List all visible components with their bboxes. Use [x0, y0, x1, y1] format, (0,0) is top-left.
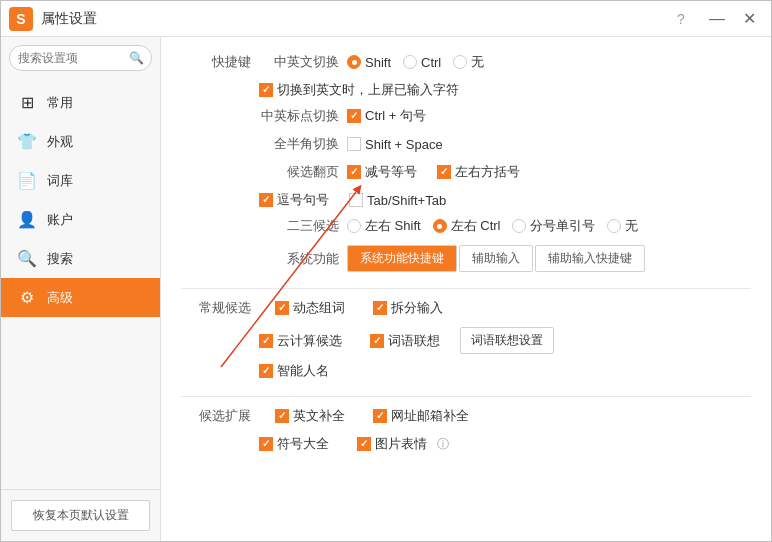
url-email-box [373, 409, 387, 423]
jianhaodengyu-checkbox[interactable]: 减号等号 [347, 163, 417, 181]
radio-lr-shift-label: 左右 Shift [365, 217, 421, 235]
punct-checkbox[interactable]: Ctrl + 句号 [347, 107, 426, 125]
sidebar-label-appearance: 外观 [47, 133, 73, 151]
radio-none-label: 无 [471, 53, 484, 71]
system-func-row: 系统功能 系统功能快捷键 辅助输入 辅助输入快捷键 [181, 245, 751, 272]
titlebar-controls: ? — ✕ [671, 5, 763, 33]
tab-system-shortcut[interactable]: 系统功能快捷键 [347, 245, 457, 272]
appearance-icon: 👕 [17, 132, 37, 151]
tab-box [349, 193, 363, 207]
radio-semicolon[interactable]: 分号单引号 [512, 217, 595, 235]
general-candidate-label: 常规候选 [181, 299, 251, 317]
cloud-label: 云计算候选 [277, 332, 342, 350]
search-icon: 🔍 [129, 51, 144, 65]
switch-note-row: 切换到英文时，上屏已输入字符 [259, 81, 751, 99]
candidate-page-label: 候选翻页 [259, 163, 339, 181]
smart-name-box [259, 364, 273, 378]
shortcuts-label: 快捷键 [181, 53, 251, 71]
app-icon: S [9, 7, 33, 31]
switch-note-label: 切换到英文时，上屏已输入字符 [277, 81, 459, 99]
symbol-checkbox[interactable]: 符号大全 [259, 435, 329, 453]
full-half-box [347, 137, 361, 151]
smart-name-checkbox[interactable]: 智能人名 [259, 362, 329, 380]
dynamic-word-checkbox[interactable]: 动态组词 [275, 299, 345, 317]
tab-assist-shortcut[interactable]: 辅助输入快捷键 [535, 245, 645, 272]
tab-assist-input[interactable]: 辅助输入 [459, 245, 533, 272]
radio-lr-shift[interactable]: 左右 Shift [347, 217, 421, 235]
candidate-page-row2: 逗号句号 Tab/Shift+Tab [259, 191, 751, 209]
radio-lr-ctrl[interactable]: 左右 Ctrl [433, 217, 501, 235]
sidebar-label-general: 常用 [47, 94, 73, 112]
minimize-button[interactable]: — [703, 5, 731, 33]
zuoyou-checkbox[interactable]: 左右方括号 [437, 163, 520, 181]
douhao-checkbox[interactable]: 逗号句号 [259, 191, 329, 209]
sidebar-item-search[interactable]: 🔍 搜索 [1, 239, 160, 278]
radio-none2-label: 无 [625, 217, 638, 235]
general-candidate-row3: 智能人名 [259, 362, 751, 380]
general-icon: ⊞ [17, 93, 37, 112]
split-input-box [373, 301, 387, 315]
douhao-box [259, 193, 273, 207]
dynamic-word-label: 动态组词 [293, 299, 345, 317]
titlebar-left: S 属性设置 [9, 7, 97, 31]
full-half-checkbox[interactable]: Shift + Space [347, 137, 443, 152]
radio-semicolon-label: 分号单引号 [530, 217, 595, 235]
url-email-checkbox[interactable]: 网址邮箱补全 [373, 407, 469, 425]
nav-items: ⊞ 常用 👕 外观 📄 词库 👤 账户 🔍 搜索 [1, 79, 160, 489]
candidate-expand-label: 候选扩展 [181, 407, 251, 425]
help-icon[interactable]: ? [671, 9, 691, 29]
word-assoc-settings-btn[interactable]: 词语联想设置 [460, 327, 554, 354]
split-input-checkbox[interactable]: 拆分输入 [373, 299, 443, 317]
word-assoc-label: 词语联想 [388, 332, 440, 350]
radio-none[interactable]: 无 [453, 53, 484, 71]
emoji-box [357, 437, 371, 451]
symbol-box [259, 437, 273, 451]
emoji-checkbox[interactable]: 图片表情 [357, 435, 427, 453]
en-complete-checkbox[interactable]: 英文补全 [275, 407, 345, 425]
close-button[interactable]: ✕ [735, 5, 763, 33]
radio-ctrl-label: Ctrl [421, 55, 441, 70]
cloud-checkbox[interactable]: 云计算候选 [259, 332, 342, 350]
sidebar-item-account[interactable]: 👤 账户 [1, 200, 160, 239]
cn-en-radio-group: Shift Ctrl 无 [347, 53, 484, 71]
search-nav-icon: 🔍 [17, 249, 37, 268]
switch-note-checkbox[interactable]: 切换到英文时，上屏已输入字符 [259, 81, 459, 99]
sidebar-item-dict[interactable]: 📄 词库 [1, 161, 160, 200]
emoji-info-icon[interactable]: ⓘ [437, 436, 449, 453]
two-three-row: 二三候选 左右 Shift 左右 Ctrl 分号单引号 [181, 217, 751, 235]
word-assoc-box [370, 334, 384, 348]
radio-shift-label: Shift [365, 55, 391, 70]
radio-shift[interactable]: Shift [347, 55, 391, 70]
radio-lr-ctrl-label: 左右 Ctrl [451, 217, 501, 235]
radio-ctrl[interactable]: Ctrl [403, 55, 441, 70]
candidate-page-row1: 候选翻页 减号等号 左右方括号 [181, 163, 751, 181]
en-complete-label: 英文补全 [293, 407, 345, 425]
candidate-expand-row2: 符号大全 图片表情 ⓘ [259, 435, 751, 453]
sidebar-item-general[interactable]: ⊞ 常用 [1, 83, 160, 122]
section-divider-2 [181, 396, 751, 397]
advanced-icon: ⚙ [17, 288, 37, 307]
radio-none2[interactable]: 无 [607, 217, 638, 235]
sidebar-item-appearance[interactable]: 👕 外观 [1, 122, 160, 161]
sidebar: 🔍 ⊞ 常用 👕 外观 📄 词库 👤 账户 [1, 37, 161, 541]
jianhaodengyu-label: 减号等号 [365, 163, 417, 181]
titlebar: S 属性设置 ? — ✕ [1, 1, 771, 37]
sidebar-label-advanced: 高级 [47, 289, 73, 307]
dynamic-word-box [275, 301, 289, 315]
section-divider-1 [181, 288, 751, 289]
two-three-radio-group: 左右 Shift 左右 Ctrl 分号单引号 无 [347, 217, 638, 235]
two-three-label: 二三候选 [259, 217, 339, 235]
full-half-text: Shift + Space [365, 137, 443, 152]
system-func-tabs: 系统功能快捷键 辅助输入 辅助输入快捷键 [347, 245, 645, 272]
candidate-expand-row1: 候选扩展 英文补全 网址邮箱补全 [181, 407, 751, 425]
zuoyou-label: 左右方括号 [455, 163, 520, 181]
system-func-label: 系统功能 [259, 250, 339, 268]
sidebar-item-advanced[interactable]: ⚙ 高级 [1, 278, 160, 317]
restore-button[interactable]: 恢复本页默认设置 [11, 500, 150, 531]
word-assoc-checkbox[interactable]: 词语联想 [370, 332, 440, 350]
tab-checkbox[interactable]: Tab/Shift+Tab [349, 193, 446, 208]
cn-en-label: 中英文切换 [259, 53, 339, 71]
radio-lr-shift-circle [347, 219, 361, 233]
symbol-label: 符号大全 [277, 435, 329, 453]
sidebar-label-account: 账户 [47, 211, 73, 229]
